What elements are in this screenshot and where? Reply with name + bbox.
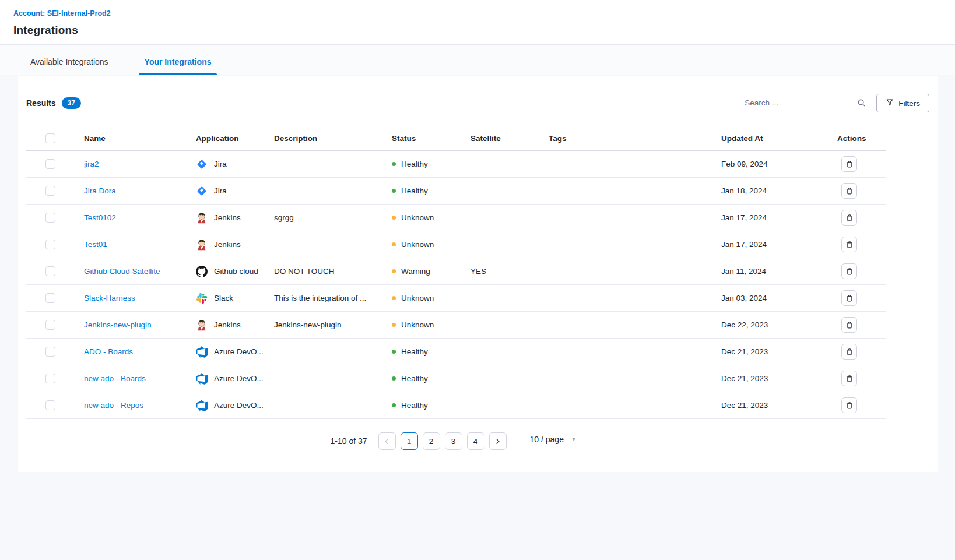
description-cell: Jenkins-new-plugin (274, 320, 392, 329)
application-label: Jira (214, 186, 227, 195)
pagination-next-button[interactable] (489, 432, 507, 450)
table-body: jira2 Jira Healthy Feb 09, 2024 Jira Dor… (26, 151, 886, 419)
table-row: Test0102 Jenkins sgrgg Unknown Jan 17, 2… (26, 205, 886, 231)
table-row: new ado - Boards Azure DevO... Healthy D… (26, 365, 886, 392)
delete-integration-button[interactable] (841, 210, 857, 226)
pagination-page-1[interactable]: 1 (401, 432, 418, 450)
account-breadcrumb-link[interactable]: Account: SEI-Internal-Prod2 (13, 9, 111, 17)
delete-integration-button[interactable] (841, 237, 857, 252)
github-icon (196, 266, 208, 277)
filter-funnel-icon (886, 98, 894, 108)
status-dot (392, 376, 396, 381)
search-box (743, 95, 867, 111)
application-label: Jenkins (214, 213, 241, 222)
row-checkbox[interactable] (45, 186, 55, 196)
updated-at-cell: Dec 21, 2023 (721, 374, 837, 383)
table-row: jira2 Jira Healthy Feb 09, 2024 (26, 151, 886, 178)
page-title: Integrations (13, 24, 955, 37)
row-checkbox[interactable] (45, 347, 55, 357)
integration-name-link[interactable]: Test0102 (84, 213, 116, 222)
trash-icon (845, 401, 854, 410)
azure-devops-icon (196, 373, 208, 385)
column-header-description: Description (274, 134, 392, 143)
pagination-prev-button[interactable] (378, 432, 396, 450)
application-label: Jira (214, 160, 227, 168)
tab-your-integrations[interactable]: Your Integrations (141, 57, 215, 75)
tab-available-integrations[interactable]: Available Integrations (27, 57, 112, 75)
row-checkbox[interactable] (45, 240, 55, 249)
pagination-range-label: 1-10 of 37 (330, 436, 367, 446)
status-cell: Unknown (392, 294, 471, 302)
row-checkbox[interactable] (45, 266, 55, 276)
status-dot (392, 269, 396, 273)
status-label: Unknown (401, 294, 434, 302)
updated-at-cell: Jan 03, 2024 (721, 294, 837, 302)
delete-integration-button[interactable] (841, 397, 857, 413)
status-cell: Healthy (392, 160, 471, 168)
updated-at-cell: Feb 09, 2024 (721, 160, 837, 168)
status-cell: Healthy (392, 186, 471, 195)
row-checkbox[interactable] (45, 213, 55, 223)
delete-integration-button[interactable] (841, 344, 857, 360)
chevron-down-icon: ▾ (573, 436, 575, 442)
integration-name-link[interactable]: new ado - Boards (84, 374, 146, 383)
status-cell: Unknown (392, 240, 471, 249)
row-checkbox[interactable] (45, 400, 55, 410)
integration-name-link[interactable]: Test01 (84, 240, 107, 249)
integration-name-link[interactable]: Slack-Harness (84, 294, 135, 302)
delete-integration-button[interactable] (841, 317, 857, 333)
integration-name-link[interactable]: new ado - Repos (84, 401, 143, 410)
integration-name-link[interactable]: Github Cloud Satellite (84, 267, 160, 276)
search-input[interactable] (743, 95, 867, 111)
trash-icon (845, 241, 854, 249)
pagination-page-3[interactable]: 3 (445, 432, 462, 450)
integration-name-link[interactable]: ADO - Boards (84, 347, 133, 356)
trash-icon (845, 214, 854, 222)
status-cell: Unknown (392, 320, 471, 329)
description-cell: DO NOT TOUCH (274, 267, 392, 276)
pagination-page-2[interactable]: 2 (423, 432, 440, 450)
status-label: Healthy (401, 374, 428, 383)
row-checkbox[interactable] (45, 320, 55, 330)
updated-at-cell: Dec 21, 2023 (721, 401, 837, 410)
row-checkbox[interactable] (45, 159, 55, 169)
jira-icon (196, 185, 208, 197)
trash-icon (845, 267, 854, 276)
status-label: Unknown (401, 320, 434, 329)
delete-integration-button[interactable] (841, 156, 857, 172)
status-cell: Unknown (392, 213, 471, 222)
row-checkbox[interactable] (45, 374, 55, 383)
application-label: Azure DevO... (214, 401, 264, 410)
status-cell: Healthy (392, 374, 471, 383)
azure-devops-icon (196, 400, 208, 411)
filters-button[interactable]: Filters (876, 94, 929, 112)
jenkins-icon (196, 319, 208, 331)
delete-integration-button[interactable] (841, 371, 857, 386)
jira-icon (196, 159, 208, 170)
page-size-select[interactable]: 10 / page ▾ (525, 435, 577, 448)
integration-name-link[interactable]: Jenkins-new-plugin (84, 320, 152, 329)
delete-integration-button[interactable] (841, 290, 857, 306)
table-row: Slack-Harness Slack This is the integrat… (26, 285, 886, 312)
delete-integration-button[interactable] (841, 183, 857, 199)
chevron-left-icon (384, 438, 390, 445)
delete-integration-button[interactable] (841, 263, 857, 279)
results-label: Results (26, 98, 56, 108)
status-dot (392, 296, 396, 300)
application-label: Slack (214, 294, 233, 302)
trash-icon (845, 187, 854, 195)
row-checkbox[interactable] (45, 293, 55, 303)
status-label: Warning (401, 267, 430, 276)
jenkins-icon (196, 239, 208, 251)
integration-name-link[interactable]: Jira Dora (84, 186, 116, 195)
column-header-application: Application (196, 134, 274, 143)
application-label: Jenkins (214, 240, 241, 249)
column-header-satellite: Satellite (471, 134, 549, 143)
pagination-page-4[interactable]: 4 (467, 432, 484, 450)
select-all-checkbox[interactable] (45, 133, 55, 143)
results-summary: Results 37 (26, 97, 81, 109)
azure-devops-icon (196, 346, 208, 358)
status-dot (392, 403, 396, 407)
table-header-row: Name Application Description Status Sate… (26, 126, 886, 151)
integration-name-link[interactable]: jira2 (84, 160, 99, 168)
